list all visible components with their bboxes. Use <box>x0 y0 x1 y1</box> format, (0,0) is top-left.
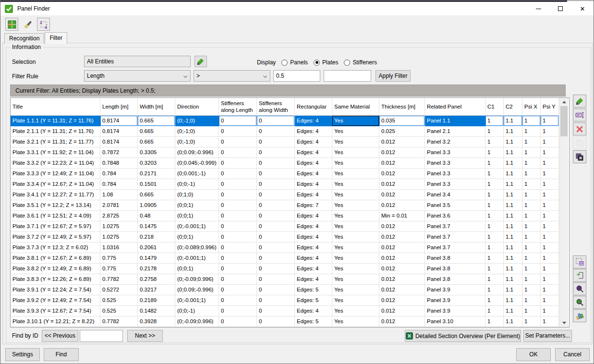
table-row[interactable]: Plate 3.8.3 (Y = 12.26; Z = 6.89)0.77820… <box>11 274 559 285</box>
table-cell[interactable]: 1 <box>541 169 559 179</box>
table-cell[interactable]: 0 <box>219 306 257 316</box>
table-cell[interactable]: Edges: 4 <box>295 147 332 158</box>
table-cell[interactable]: (0;-1;0) <box>175 137 219 147</box>
display-radio-stiffeners[interactable]: Stiffeners <box>344 59 376 66</box>
table-cell[interactable]: 1 <box>522 253 541 264</box>
table-cell[interactable]: 0.1482 <box>138 306 175 316</box>
table-cell[interactable]: 0 <box>219 158 257 169</box>
table-cell[interactable]: 1 <box>522 116 541 126</box>
find-button[interactable]: Find <box>44 348 79 361</box>
table-cell[interactable]: 1 <box>522 221 541 232</box>
table-cell[interactable]: 0 <box>219 274 257 285</box>
table-cell[interactable]: 1.0316 <box>100 243 138 253</box>
table-cell[interactable]: 0 <box>219 179 257 190</box>
table-cell[interactable]: 0 <box>257 147 295 158</box>
table-cell[interactable]: Plate 3.10.1 (Y = 12.21; Z = 8.22) <box>11 316 100 327</box>
ok-button[interactable]: OK <box>516 348 551 361</box>
tab-filter[interactable]: Filter <box>45 32 67 44</box>
table-cell[interactable]: 1 <box>485 316 504 327</box>
table-cell[interactable]: 0.012 <box>379 169 425 179</box>
table-cell[interactable]: 0.525 <box>100 295 138 306</box>
table-cell[interactable]: Yes <box>332 200 379 211</box>
table-cell[interactable]: 0.784 <box>100 169 138 179</box>
table-cell[interactable]: Panel 3.9 <box>425 295 485 306</box>
table-cell[interactable]: Plate 3.3.3 (Y = 12.49; Z = 11.04) <box>11 169 100 179</box>
table-vertical-scrollbar[interactable] <box>559 98 568 327</box>
table-cell[interactable]: 1 <box>522 264 541 274</box>
table-row[interactable]: Plate 3.3.2 (Y = 12.23; Z = 11.04)0.7848… <box>11 158 559 169</box>
table-cell[interactable]: 1.1 <box>504 316 522 327</box>
table-cell[interactable]: 0 <box>219 126 257 137</box>
table-cell[interactable]: Edges: 4 <box>295 190 332 200</box>
table-cell[interactable]: Yes <box>332 137 379 147</box>
column-header[interactable]: Rectangular <box>295 98 332 116</box>
table-cell[interactable]: 1 <box>522 200 541 211</box>
table-cell[interactable]: Plate 3.9.2 (Y = 12.49; Z = 7.54) <box>11 295 100 306</box>
table-cell[interactable]: Panel 3.3 <box>425 179 485 190</box>
table-cell[interactable]: 0.012 <box>379 264 425 274</box>
table-cell[interactable]: 1 <box>522 126 541 137</box>
table-cell[interactable]: 1 <box>485 169 504 179</box>
column-header[interactable]: Related Panel <box>425 98 485 116</box>
table-cell[interactable]: 0.218 <box>138 232 175 243</box>
table-cell[interactable]: (0;0;1) <box>175 200 219 211</box>
table-cell[interactable]: Panel 3.7 <box>425 243 485 253</box>
table-cell[interactable]: 0.012 <box>379 232 425 243</box>
table-cell[interactable]: 0.8174 <box>100 126 138 137</box>
table-cell[interactable]: 1.1 <box>504 126 522 137</box>
zoom-in-button[interactable] <box>573 296 586 309</box>
table-cell[interactable]: 1.0275 <box>100 232 138 243</box>
table-cell[interactable]: Panel 3.9 <box>425 285 485 295</box>
table-cell[interactable]: Yes <box>332 190 379 200</box>
table-cell[interactable]: 1 <box>485 306 504 316</box>
table-cell[interactable]: 1 <box>485 211 504 221</box>
table-cell[interactable]: 0.012 <box>379 295 425 306</box>
table-cell[interactable]: 0 <box>219 169 257 179</box>
table-cell[interactable]: 1 <box>522 179 541 190</box>
table-cell[interactable]: 1.1 <box>504 264 522 274</box>
statistics-button[interactable] <box>573 309 586 322</box>
display-radio-plates[interactable]: Plates <box>314 59 338 66</box>
table-cell[interactable]: 0 <box>257 306 295 316</box>
renumber-button[interactable]: 2 4 <box>37 18 50 31</box>
table-cell[interactable]: Edges: 4 <box>295 158 332 169</box>
tab-recognition[interactable]: Recognition <box>4 33 44 44</box>
table-cell[interactable]: 0.525 <box>100 306 138 316</box>
table-cell[interactable]: Yes <box>332 179 379 190</box>
scrollbar-thumb[interactable] <box>560 106 568 136</box>
table-cell[interactable]: 1 <box>541 306 559 316</box>
table-cell[interactable]: Yes <box>332 295 379 306</box>
table-cell[interactable]: (0;0.001;-1) <box>175 169 219 179</box>
table-cell[interactable]: Plate 3.9.1 (Y = 12.24; Z = 7.54) <box>11 285 100 295</box>
table-cell[interactable]: 0.012 <box>379 243 425 253</box>
table-cell[interactable]: 0.665 <box>138 126 175 137</box>
edit-selection-button[interactable] <box>194 56 207 67</box>
table-cell[interactable]: 0 <box>257 179 295 190</box>
table-cell[interactable]: 0.8174 <box>100 116 138 126</box>
table-cell[interactable]: 0 <box>257 211 295 221</box>
table-cell[interactable]: Yes <box>332 126 379 137</box>
table-cell[interactable]: Plate 3.7.3 (Y = 12.3; Z = 6.02) <box>11 243 100 253</box>
table-cell[interactable]: (0;-1;0) <box>175 126 219 137</box>
table-cell[interactable]: Plate 3.5.1 (Y = 12.2; Z = 13.14) <box>11 200 100 211</box>
table-cell[interactable]: 1 <box>541 274 559 285</box>
table-cell[interactable]: Min = 0.01 <box>379 211 425 221</box>
column-header[interactable]: C1 <box>485 98 504 116</box>
table-cell[interactable]: 1.0275 <box>100 221 138 232</box>
column-header[interactable]: Psi X <box>522 98 541 116</box>
table-cell[interactable]: 1 <box>485 137 504 147</box>
table-cell[interactable]: 1 <box>485 116 504 126</box>
table-cell[interactable]: 1 <box>541 264 559 274</box>
table-cell[interactable]: 0 <box>257 316 295 327</box>
table-cell[interactable]: 1 <box>541 316 559 327</box>
selection-field[interactable]: All Entities <box>84 56 191 67</box>
filter-value2-input[interactable] <box>324 70 371 82</box>
table-cell[interactable]: Plate 3.9.3 (Y = 12.67; Z = 7.54) <box>11 306 100 316</box>
table-cell[interactable]: 1 <box>485 147 504 158</box>
table-cell[interactable]: 0 <box>257 221 295 232</box>
table-cell[interactable]: Plate 3.4.1 (Y = 12.27; Z = 11.77) <box>11 190 100 200</box>
table-cell[interactable]: 1 <box>541 137 559 147</box>
table-cell[interactable]: Panel 3.6 <box>425 211 485 221</box>
edit-row-button[interactable] <box>573 95 586 108</box>
table-row[interactable]: Plate 3.4.1 (Y = 12.27; Z = 11.77)1.080.… <box>11 190 559 200</box>
